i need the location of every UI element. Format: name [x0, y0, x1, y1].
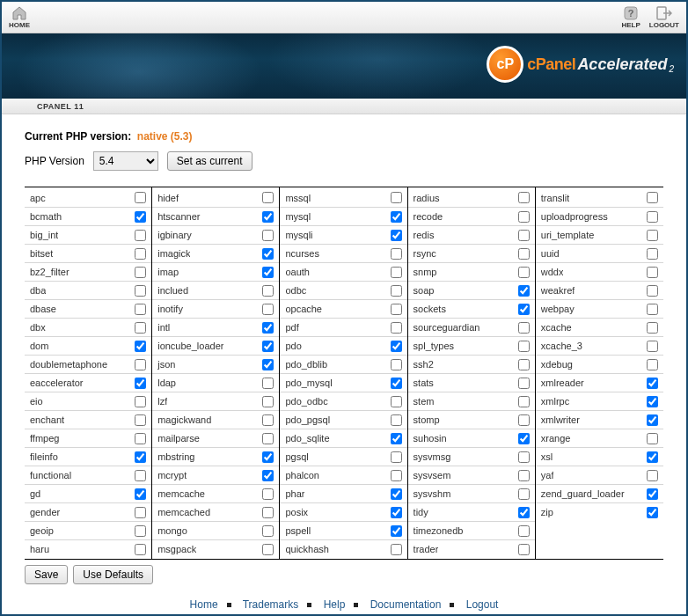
extension-checkbox[interactable]	[391, 544, 402, 555]
extension-checkbox[interactable]	[647, 341, 658, 352]
extension-checkbox[interactable]	[647, 414, 658, 426]
extension-checkbox[interactable]	[391, 451, 402, 463]
extension-checkbox[interactable]	[518, 267, 530, 278]
extension-checkbox[interactable]	[262, 414, 274, 426]
extension-checkbox[interactable]	[391, 378, 402, 389]
extension-checkbox[interactable]	[518, 359, 530, 370]
extension-checkbox[interactable]	[518, 433, 530, 444]
extension-checkbox[interactable]	[391, 304, 402, 315]
extension-checkbox[interactable]	[135, 359, 146, 370]
extension-checkbox[interactable]	[391, 433, 402, 444]
extension-checkbox[interactable]	[135, 451, 146, 463]
extension-checkbox[interactable]	[262, 433, 274, 444]
use-defaults-button[interactable]: Use Defaults	[73, 565, 153, 584]
extension-checkbox[interactable]	[647, 304, 658, 315]
php-version-select[interactable]: 5.4	[93, 151, 158, 171]
extension-checkbox[interactable]	[518, 304, 530, 315]
extension-checkbox[interactable]	[518, 230, 530, 241]
extension-checkbox[interactable]	[647, 359, 658, 370]
extension-checkbox[interactable]	[262, 488, 274, 500]
extension-checkbox[interactable]	[647, 451, 658, 463]
extension-checkbox[interactable]	[647, 396, 658, 407]
extension-checkbox[interactable]	[135, 285, 146, 297]
extension-checkbox[interactable]	[647, 192, 658, 203]
extension-checkbox[interactable]	[391, 396, 402, 407]
extension-checkbox[interactable]	[135, 470, 146, 481]
extension-checkbox[interactable]	[391, 359, 402, 370]
extension-checkbox[interactable]	[262, 322, 274, 334]
extension-checkbox[interactable]	[262, 507, 274, 518]
extension-checkbox[interactable]	[262, 378, 274, 389]
extension-checkbox[interactable]	[262, 359, 274, 370]
extension-checkbox[interactable]	[647, 285, 658, 297]
extension-checkbox[interactable]	[262, 267, 274, 278]
footer-documentation[interactable]: Documentation	[370, 598, 442, 611]
extension-checkbox[interactable]	[391, 230, 402, 241]
extension-checkbox[interactable]	[518, 192, 530, 203]
extension-checkbox[interactable]	[135, 248, 146, 260]
extension-checkbox[interactable]	[647, 488, 658, 500]
footer-home[interactable]: Home	[190, 598, 218, 611]
extension-checkbox[interactable]	[647, 211, 658, 223]
extension-checkbox[interactable]	[647, 507, 658, 518]
logout-button[interactable]: LOGOUT	[649, 5, 679, 29]
extension-checkbox[interactable]	[391, 248, 402, 260]
extension-checkbox[interactable]	[262, 396, 274, 407]
extension-checkbox[interactable]	[262, 230, 274, 241]
extension-checkbox[interactable]	[262, 248, 274, 260]
extension-checkbox[interactable]	[135, 396, 146, 407]
extension-checkbox[interactable]	[391, 341, 402, 352]
extension-checkbox[interactable]	[518, 211, 530, 223]
extension-checkbox[interactable]	[391, 322, 402, 334]
extension-checkbox[interactable]	[262, 211, 274, 223]
set-current-button[interactable]: Set as current	[167, 151, 253, 171]
extension-checkbox[interactable]	[262, 525, 274, 537]
extension-checkbox[interactable]	[391, 211, 402, 223]
footer-trademarks[interactable]: Trademarks	[243, 598, 299, 611]
extension-checkbox[interactable]	[391, 525, 402, 537]
extension-checkbox[interactable]	[135, 525, 146, 537]
extension-checkbox[interactable]	[518, 341, 530, 352]
extension-checkbox[interactable]	[647, 230, 658, 241]
extension-checkbox[interactable]	[518, 507, 530, 518]
footer-logout[interactable]: Logout	[466, 598, 499, 611]
extension-checkbox[interactable]	[135, 341, 146, 352]
extension-checkbox[interactable]	[518, 285, 530, 297]
extension-checkbox[interactable]	[262, 451, 274, 463]
extension-checkbox[interactable]	[135, 378, 146, 389]
extension-checkbox[interactable]	[518, 525, 530, 537]
extension-checkbox[interactable]	[262, 341, 274, 352]
extension-checkbox[interactable]	[391, 192, 402, 203]
extension-checkbox[interactable]	[647, 267, 658, 278]
extension-checkbox[interactable]	[518, 322, 530, 334]
extension-checkbox[interactable]	[391, 267, 402, 278]
extension-checkbox[interactable]	[647, 322, 658, 334]
extension-checkbox[interactable]	[391, 414, 402, 426]
extension-checkbox[interactable]	[518, 248, 530, 260]
extension-checkbox[interactable]	[391, 507, 402, 518]
extension-checkbox[interactable]	[135, 322, 146, 334]
extension-checkbox[interactable]	[518, 414, 530, 426]
help-button[interactable]: ? HELP	[621, 5, 640, 29]
extension-checkbox[interactable]	[391, 470, 402, 481]
extension-checkbox[interactable]	[518, 378, 530, 389]
home-button[interactable]: HOME	[9, 5, 30, 29]
extension-checkbox[interactable]	[135, 507, 146, 518]
extension-checkbox[interactable]	[518, 488, 530, 500]
extension-checkbox[interactable]	[135, 544, 146, 555]
extension-checkbox[interactable]	[262, 192, 274, 203]
extension-checkbox[interactable]	[262, 285, 274, 297]
extension-checkbox[interactable]	[391, 488, 402, 500]
extension-checkbox[interactable]	[518, 544, 530, 555]
extension-checkbox[interactable]	[262, 470, 274, 481]
extension-checkbox[interactable]	[135, 304, 146, 315]
extension-checkbox[interactable]	[135, 488, 146, 500]
extension-checkbox[interactable]	[135, 192, 146, 203]
extension-checkbox[interactable]	[135, 433, 146, 444]
extension-checkbox[interactable]	[135, 414, 146, 426]
footer-help[interactable]: Help	[324, 598, 346, 611]
extension-checkbox[interactable]	[135, 211, 146, 223]
extension-checkbox[interactable]	[647, 470, 658, 481]
extension-checkbox[interactable]	[647, 248, 658, 260]
save-button[interactable]: Save	[25, 565, 68, 584]
